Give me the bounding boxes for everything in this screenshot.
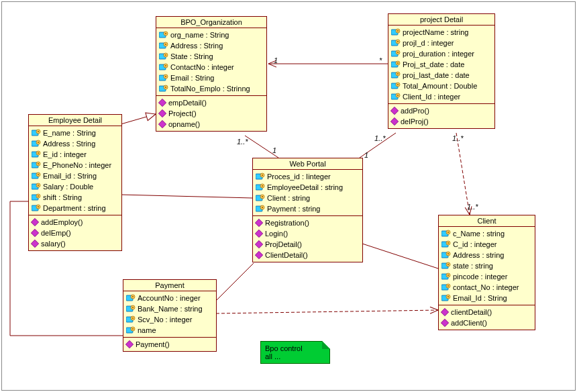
svg-rect-82 bbox=[262, 175, 263, 176]
attribute-text: EmployeeDetail : string bbox=[267, 182, 343, 193]
attribute-row: Email : String bbox=[156, 72, 266, 83]
operations-section: Payment() bbox=[123, 338, 216, 351]
attribute-text: AccountNo : ineger bbox=[138, 293, 201, 303]
svg-rect-38 bbox=[397, 52, 399, 53]
attribute-row: name bbox=[123, 325, 216, 336]
attribute-text: org_name : String bbox=[170, 30, 229, 40]
svg-rect-14 bbox=[165, 44, 166, 45]
svg-rect-93 bbox=[255, 230, 262, 237]
attribute-row: Payment : string bbox=[253, 203, 362, 214]
class-client[interactable]: Client c_Name : stringC_id : integerAddr… bbox=[438, 215, 535, 330]
attribute-row: Client_Id : integer bbox=[388, 91, 494, 102]
attribute-row: EmployeeDetail : string bbox=[253, 182, 362, 193]
attribute-text: Address : string bbox=[453, 250, 504, 260]
attribute-text: Email : String bbox=[170, 72, 214, 83]
attribute-row: contact_No : integer bbox=[439, 282, 535, 293]
operations-section: Registration()Login()ProjDetail()ClientD… bbox=[253, 216, 362, 262]
attribute-text: Client : string bbox=[267, 193, 310, 203]
note-box[interactable]: Bpo control all ... bbox=[260, 341, 330, 364]
attributes-section: c_Name : stringC_id : integerAddress : s… bbox=[439, 227, 535, 305]
class-title: BPO_Organization bbox=[156, 17, 266, 28]
operation-text: clientDetail() bbox=[451, 307, 492, 317]
operations-section: clientDetail()addClient() bbox=[439, 305, 535, 330]
operation-row: delProj() bbox=[388, 116, 494, 127]
operation-text: addPro() bbox=[401, 105, 429, 116]
attribute-text: State : String bbox=[170, 51, 213, 62]
class-title: Web Portal bbox=[253, 158, 362, 170]
svg-rect-107 bbox=[132, 328, 134, 330]
attribute-text: Proj_st_date : date bbox=[403, 59, 464, 70]
class-title: Employee Detail bbox=[29, 115, 121, 126]
attributes-section: org_name : StringAddress : StringState :… bbox=[156, 28, 266, 96]
svg-rect-114 bbox=[448, 242, 449, 244]
operation-row: Registration() bbox=[253, 217, 362, 228]
operation-text: addEmploy() bbox=[41, 217, 83, 228]
multiplicity-label: 1..* bbox=[452, 134, 464, 142]
svg-rect-67 bbox=[38, 174, 39, 175]
attribute-row: Proj_st_date : date bbox=[388, 59, 494, 70]
svg-rect-111 bbox=[448, 232, 449, 233]
attribute-row: projectName : string bbox=[388, 27, 494, 38]
attribute-text: E_PhoneNo : integer bbox=[43, 160, 111, 170]
attribute-text: E_id : integer bbox=[43, 149, 87, 160]
class-payment[interactable]: Payment AccountNo : inegerBank_Name : st… bbox=[123, 279, 217, 352]
attribute-row: projI_d : integer bbox=[388, 38, 494, 48]
operation-row: ClientDetail() bbox=[253, 250, 362, 260]
attribute-row: E_id : integer bbox=[29, 149, 121, 160]
attribute-row: E_PhoneNo : integer bbox=[29, 160, 121, 170]
attribute-text: c_Name : string bbox=[453, 228, 505, 239]
attribute-text: Address : String bbox=[170, 40, 223, 51]
svg-rect-64 bbox=[38, 163, 39, 164]
attribute-row: TotalNo_Emplo : Strinng bbox=[156, 83, 266, 94]
operations-section: empDetail()Project()opname() bbox=[156, 96, 266, 131]
svg-rect-70 bbox=[38, 185, 39, 186]
class-title: Payment bbox=[123, 280, 216, 291]
multiplicity-label: 1 bbox=[364, 151, 368, 159]
attribute-text: ContactNo : integer bbox=[170, 62, 234, 72]
svg-rect-47 bbox=[397, 84, 399, 85]
class-web-portal[interactable]: Web Portal Proces_id : IintegerEmployeeD… bbox=[252, 158, 363, 262]
attribute-row: Proces_id : Iinteger bbox=[253, 171, 362, 182]
svg-rect-77 bbox=[31, 218, 38, 226]
svg-rect-117 bbox=[448, 253, 449, 254]
attribute-text: Salary : Double bbox=[43, 181, 93, 192]
class-employee-detail[interactable]: Employee Detail E_name : StringAddress :… bbox=[28, 114, 122, 251]
attribute-text: proj_last_date : date bbox=[403, 70, 470, 81]
attributes-section: Proces_id : IintegerEmployeeDetail : str… bbox=[253, 170, 362, 216]
attribute-row: Email_Id : String bbox=[439, 293, 535, 303]
attribute-text: projectName : string bbox=[403, 27, 468, 38]
operation-row: addPro() bbox=[388, 105, 494, 116]
svg-rect-28 bbox=[158, 109, 166, 117]
attribute-text: Scv_No : integer bbox=[138, 314, 192, 325]
svg-rect-98 bbox=[132, 296, 134, 297]
svg-rect-88 bbox=[262, 196, 263, 197]
attribute-row: Bank_Name : string bbox=[123, 303, 216, 314]
multiplicity-label: 1..* bbox=[237, 138, 248, 146]
svg-rect-51 bbox=[390, 107, 398, 114]
multiplicity-label: 1..* bbox=[374, 134, 386, 142]
operation-row: Payment() bbox=[123, 339, 216, 350]
attributes-section: projectName : stringprojI_d : integerpro… bbox=[388, 26, 494, 104]
multiplicity-label: 1..* bbox=[467, 203, 478, 211]
svg-rect-55 bbox=[38, 131, 39, 132]
class-project-detail[interactable]: project Detail projectName : stringprojI… bbox=[388, 13, 495, 129]
operation-row: delEmp() bbox=[29, 228, 121, 238]
attribute-row: E_name : String bbox=[29, 128, 121, 138]
operation-text: Project() bbox=[168, 108, 197, 119]
svg-rect-27 bbox=[158, 99, 166, 106]
attribute-text: Address : String bbox=[43, 138, 95, 149]
attribute-row: proj_last_date : date bbox=[388, 70, 494, 81]
operation-text: ProjDetail() bbox=[265, 239, 302, 250]
attribute-text: Client_Id : integer bbox=[403, 91, 460, 102]
svg-rect-79 bbox=[31, 240, 38, 247]
class-bpo-organization[interactable]: BPO_Organization org_name : StringAddres… bbox=[156, 16, 267, 132]
note-text-line: all ... bbox=[265, 352, 325, 360]
svg-rect-123 bbox=[448, 275, 449, 276]
operation-row: ProjDetail() bbox=[253, 239, 362, 250]
attribute-row: Address : string bbox=[439, 250, 535, 260]
operation-row: Project() bbox=[156, 108, 266, 119]
operations-section: addEmploy()delEmp()salary() bbox=[29, 215, 121, 250]
attribute-text: Payment : string bbox=[267, 203, 320, 214]
attribute-row: proj_duration : integer bbox=[388, 48, 494, 59]
attribute-row: State : String bbox=[156, 51, 266, 62]
